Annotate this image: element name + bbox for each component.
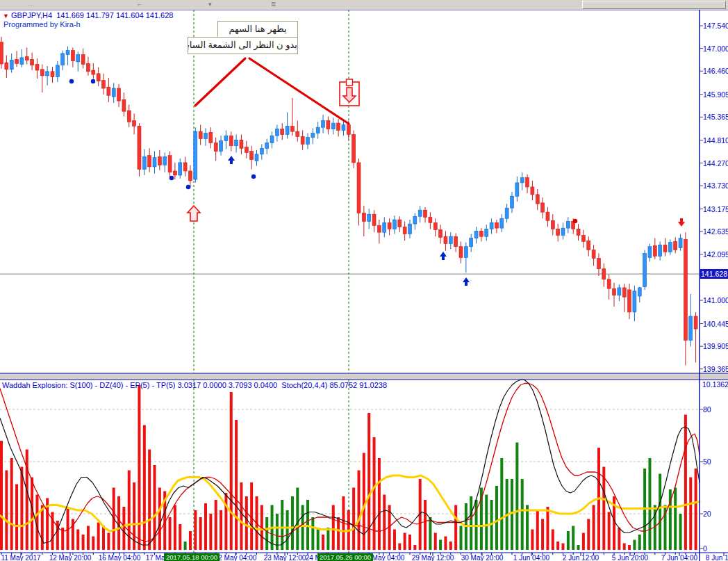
time-axis-highlight: 2017.05.18 00:00 <box>164 553 220 561</box>
price-axis-label: 145.905 <box>703 90 728 99</box>
price-axis-label: 145.365 <box>703 113 728 121</box>
signal-dot-red <box>573 219 577 223</box>
toolbar-icon[interactable]: … <box>28 0 34 9</box>
time-axis-label: 5 Jun 20:00 <box>612 554 648 561</box>
panel-separator[interactable] <box>0 374 728 380</box>
up-arrow-icon <box>228 156 235 164</box>
price-axis-label: 147.540 <box>703 22 728 30</box>
watermark-credit: Programmed by Kira-h <box>3 20 81 29</box>
chart-canvas[interactable] <box>0 0 728 561</box>
time-axis-label: 29 May 12:00 <box>412 554 454 561</box>
toolbar-strip: … ⌐ ▾ ≣ <box>0 0 728 10</box>
time-axis-label: 16 May 04:00 <box>99 554 141 561</box>
ohlc-high: 141.797 <box>86 11 114 19</box>
ohlc-open: 141.669 <box>56 11 84 19</box>
symbol-label: GBPJPY,H4 <box>11 11 52 19</box>
time-axis-label: 1 Jun 04:00 <box>513 554 549 561</box>
indicator-axis-label: 0 <box>703 544 707 553</box>
price-axis-label: 140.445 <box>703 320 728 328</box>
price-axis-label: 147.000 <box>703 44 728 53</box>
toolbar-icon[interactable]: ≣ <box>271 0 276 9</box>
sell-arrow-icon: ▼ <box>3 13 9 19</box>
trend-line[interactable] <box>249 58 349 124</box>
price-axis-label: 146.460 <box>703 67 728 75</box>
price-axis-label: 143.175 <box>703 205 728 213</box>
time-axis-label: 7 Jun 04:00 <box>661 554 697 561</box>
price-axis-label: 143.730 <box>703 181 728 190</box>
signal-dot-blue <box>91 79 95 83</box>
signal-dot-blue <box>251 174 256 179</box>
time-axis-label: 30 May 20:00 <box>461 554 504 561</box>
time-axis-label: 8 Jun 12:00 <box>706 554 728 561</box>
time-axis-label: 22 May 04:00 <box>215 554 257 561</box>
toolbar-icon[interactable]: ▾ <box>208 0 212 9</box>
indicator-axis-label: 20 <box>703 510 711 518</box>
down-arrow-icon <box>678 218 685 227</box>
annotation-box-top[interactable]: يظهر هنا السهم <box>217 21 298 38</box>
price-axis-label: 141.000 <box>703 296 728 304</box>
price-axis-label: 142.635 <box>703 227 728 236</box>
price-axis-label: 142.095 <box>703 250 728 259</box>
indicator-scale-max: 10.1362 <box>702 380 728 389</box>
toolbar-icon[interactable]: ⌐ <box>138 0 141 9</box>
time-axis-label: 2 Jun 12:00 <box>563 554 599 561</box>
bid-price-badge: 141.628 <box>700 269 728 279</box>
ohlc-close: 141.628 <box>146 11 174 19</box>
price-axis-label: 139.365 <box>703 365 728 373</box>
price-axis-label: 144.270 <box>703 159 728 168</box>
up-arrow-icon <box>463 277 470 286</box>
arrow-box-handle[interactable] <box>347 79 353 86</box>
annotation-box-bottom[interactable]: بدو ن النظر الى الشمعة السابقة <box>188 37 298 54</box>
indicator-axis-label: 80 <box>703 405 711 414</box>
ohlc-low: 141.604 <box>116 11 144 19</box>
price-axis-label: 139.905 <box>703 342 728 350</box>
time-axis-label: 23 May 12:00 <box>264 554 306 561</box>
up-arrow-icon <box>440 252 447 260</box>
hollow-up-arrow-icon[interactable] <box>188 206 200 221</box>
signal-dot-blue <box>69 79 74 83</box>
symbol-ohlc-line: ▼ GBPJPY,H4 141.669 141.797 141.604 141.… <box>3 11 173 19</box>
time-axis-highlight: 2017.05.26 00:00 <box>317 553 373 561</box>
signal-dot-blue <box>186 185 190 189</box>
signal-dot-blue <box>169 176 174 180</box>
time-axis-label: 12 May 20:00 <box>49 554 92 561</box>
indicator-title: Waddah Explosion: S(100) - DZ(40) - EP(5… <box>2 381 387 389</box>
hollow-down-arrow-icon[interactable] <box>343 88 356 102</box>
terminal-window: … ⌐ ▾ ≣ ▼ GBPJPY,H4 141.669 141.797 141.… <box>0 0 728 561</box>
price-axis-label: 144.810 <box>703 136 728 145</box>
indicator-axis-label: 50 <box>703 457 711 466</box>
toolbar-inset-panel <box>582 1 726 9</box>
time-axis-label: 11 May 2017 <box>1 554 40 561</box>
trend-line[interactable] <box>195 58 245 106</box>
